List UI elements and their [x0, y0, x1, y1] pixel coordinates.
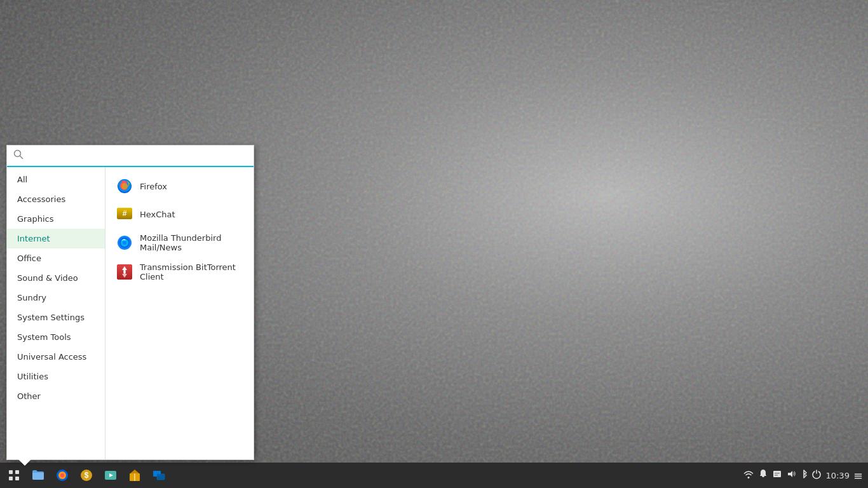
svg-rect-31	[157, 474, 165, 480]
svg-rect-18	[9, 477, 13, 480]
category-sundry[interactable]: Sundry	[7, 288, 105, 308]
category-sound-video[interactable]: Sound & Video	[7, 268, 105, 288]
category-other[interactable]: Other	[7, 386, 105, 406]
apps-panel: Firefox #	[105, 167, 254, 459]
svg-point-22	[60, 473, 64, 477]
taskbar-media-player[interactable]	[99, 464, 122, 487]
categories-sidebar: All Accessories Graphics Internet Office…	[7, 167, 105, 459]
app-hexchat[interactable]: # HexChat	[105, 200, 254, 228]
firefox-icon	[116, 177, 133, 195]
firefox-label: Firefox	[140, 182, 167, 191]
category-office[interactable]: Office	[7, 248, 105, 268]
thunderbird-label: Mozilla Thunderbird Mail/News	[140, 233, 243, 252]
category-internet[interactable]: Internet	[7, 229, 105, 248]
svg-rect-32	[773, 471, 781, 477]
svg-point-3	[121, 183, 128, 189]
svg-rect-17	[15, 470, 19, 474]
svg-rect-34	[775, 475, 778, 476]
menu-arrow	[18, 459, 31, 466]
search-bar	[7, 146, 254, 167]
category-graphics[interactable]: Graphics	[7, 209, 105, 229]
category-all[interactable]: All	[7, 170, 105, 189]
taskbar-end-icon[interactable]: ≡	[853, 469, 863, 482]
svg-marker-35	[788, 471, 792, 477]
app-firefox[interactable]: Firefox	[105, 172, 254, 200]
svg-text:#: #	[123, 209, 127, 218]
taskbar-package-manager[interactable]	[123, 464, 146, 487]
wifi-icon[interactable]	[743, 468, 754, 482]
transmission-label: Transmission BitTorrent Client	[140, 262, 243, 281]
category-system-tools[interactable]: System Tools	[7, 327, 105, 347]
svg-line-1	[20, 156, 23, 159]
thunderbird-icon	[116, 234, 133, 252]
search-input[interactable]	[29, 151, 247, 161]
taskbar-left: $	[0, 464, 173, 487]
app-transmission[interactable]: Transmission BitTorrent Client	[105, 257, 254, 287]
taskbar-time: 10:39	[825, 471, 849, 480]
app-thunderbird[interactable]: Mozilla Thunderbird Mail/News	[105, 228, 254, 257]
power-icon[interactable]	[811, 469, 822, 482]
taskbar-app-menu-button[interactable]	[3, 464, 25, 487]
category-universal-access[interactable]: Universal Access	[7, 347, 105, 367]
category-accessories[interactable]: Accessories	[7, 189, 105, 209]
taskbar-file-manager[interactable]	[27, 464, 50, 487]
svg-text:$: $	[85, 471, 89, 480]
taskbar: $	[0, 463, 868, 488]
hexchat-icon: #	[116, 205, 133, 223]
svg-rect-19	[15, 477, 19, 480]
category-system-settings[interactable]: System Settings	[7, 308, 105, 327]
storage-icon[interactable]	[772, 469, 782, 482]
svg-rect-16	[9, 470, 13, 474]
taskbar-window-switcher[interactable]	[147, 464, 170, 487]
search-icon	[13, 149, 24, 162]
taskbar-right: 10:39 ≡	[738, 468, 868, 482]
notification-icon[interactable]	[758, 469, 768, 482]
taskbar-software-manager[interactable]: $	[75, 464, 98, 487]
hexchat-label: HexChat	[140, 210, 175, 219]
svg-rect-33	[775, 473, 780, 474]
svg-rect-15	[124, 271, 126, 274]
taskbar-firefox[interactable]	[51, 464, 74, 487]
svg-point-9	[123, 241, 126, 245]
transmission-icon	[116, 263, 133, 281]
volume-icon[interactable]	[786, 469, 796, 482]
menu-body: All Accessories Graphics Internet Office…	[7, 167, 254, 459]
category-utilities[interactable]: Utilities	[7, 367, 105, 386]
bluetooth-icon[interactable]	[800, 469, 808, 482]
svg-marker-28	[130, 470, 139, 473]
application-menu: All Accessories Graphics Internet Office…	[6, 145, 254, 460]
